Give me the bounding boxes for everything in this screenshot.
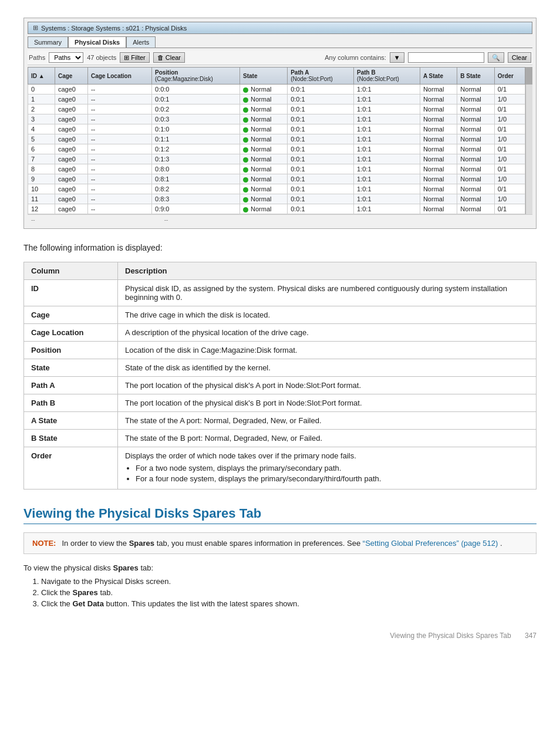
table-cell: Normal: [240, 114, 288, 124]
table-cell: cage0: [55, 134, 87, 144]
col-cage-location[interactable]: Cage Location: [87, 67, 151, 85]
col-a-state[interactable]: A State: [420, 67, 457, 85]
table-cell: 0:0:1: [288, 114, 354, 124]
desc-description: A description of the physical location o…: [118, 324, 537, 342]
note-label: NOTE:: [32, 539, 56, 548]
table-cell: 2: [28, 104, 55, 114]
status-dot: [243, 117, 248, 123]
status-dot: [243, 87, 248, 93]
filter-button[interactable]: ⊞ Filter: [120, 52, 149, 63]
table-cell: Normal: [420, 85, 457, 94]
desc-desc-header: Description: [118, 262, 537, 280]
table-cell: cage0: [55, 104, 87, 114]
table-cell: cage0: [55, 154, 87, 164]
table-row: 6cage0--0:1:2Normal0:0:11:0:1NormalNorma…: [28, 144, 525, 154]
table-cell: --: [87, 194, 151, 204]
desc-bullet-item: For a two node system, displays the prim…: [136, 464, 529, 472]
table-cell: Normal: [240, 184, 288, 194]
table-row: 4cage0--0:1:0Normal0:0:11:0:1NormalNorma…: [28, 124, 525, 134]
col-order[interactable]: Order: [494, 67, 525, 85]
table-cell: 7: [28, 154, 55, 164]
table-cell: 0:0:0: [151, 85, 239, 94]
table-cell: cage0: [55, 144, 87, 154]
table-cell: Normal: [457, 104, 494, 114]
tab-alerts[interactable]: Alerts: [126, 36, 156, 48]
panel-title: Systems : Storage Systems : s021 : Physi…: [41, 25, 187, 32]
table-cell: Normal: [457, 204, 494, 214]
table-cell: 4: [28, 124, 55, 134]
any-column-dropdown[interactable]: ▼: [390, 52, 404, 63]
col-path-b[interactable]: Path B(Node:Slot:Port): [354, 67, 420, 85]
status-dot: [243, 197, 248, 202]
table-footer: -- --: [28, 214, 532, 225]
table-cell: Normal: [240, 94, 288, 104]
table-cell: --: [87, 134, 151, 144]
col-position[interactable]: Position(Cage:Magazine:Disk): [151, 67, 239, 85]
table-cell: Normal: [420, 104, 457, 114]
table-cell: 12: [28, 204, 55, 214]
status-dot: [243, 127, 248, 133]
paths-label: Paths: [29, 54, 45, 61]
note-link[interactable]: “Setting Global Preferences” (page 512): [363, 539, 498, 548]
steps-intro: To view the physical disks Spares tab:: [23, 563, 537, 572]
table-cell: --: [87, 94, 151, 104]
table-cell: Normal: [457, 154, 494, 164]
page-number: 347: [525, 632, 537, 640]
table-cell: Normal: [420, 184, 457, 194]
table-cell: 1:0:1: [354, 144, 420, 154]
table-cell: --: [87, 174, 151, 184]
col-cage[interactable]: Cage: [55, 67, 87, 85]
table-cell: 0:0:1: [288, 154, 354, 164]
table-cell: Normal: [420, 154, 457, 164]
table-cell: 0:0:1: [151, 94, 239, 104]
col-path-a[interactable]: Path A(Node:Slot:Port): [288, 67, 354, 85]
table-cell: Normal: [420, 174, 457, 184]
table-cell: Normal: [240, 85, 288, 94]
table-cell: 0:0:1: [288, 134, 354, 144]
table-row: 9cage0--0:8:1Normal0:0:11:0:1NormalNorma…: [28, 174, 525, 184]
tab-physical-disks[interactable]: Physical Disks: [68, 36, 126, 48]
status-dot: [243, 147, 248, 153]
table-cell: 1/0: [494, 94, 525, 104]
table-cell: 1:0:1: [354, 114, 420, 124]
table-cell: 3: [28, 114, 55, 124]
filter-icon: ⊞: [124, 54, 129, 62]
status-dot: [243, 207, 248, 212]
table-cell: Normal: [457, 124, 494, 134]
table-cell: Normal: [457, 164, 494, 174]
status-dot: [243, 167, 248, 173]
table-cell: 1:0:1: [354, 204, 420, 214]
screenshot-panel: ⊞ Systems : Storage Systems : s021 : Phy…: [23, 18, 537, 229]
desc-column-name: State: [24, 359, 118, 377]
table-row: 3cage0--0:0:3Normal0:0:11:0:1NormalNorma…: [28, 114, 525, 124]
table-cell: 0/1: [494, 104, 525, 114]
table-cell: Normal: [457, 144, 494, 154]
scrollbar[interactable]: [525, 67, 532, 214]
tab-summary[interactable]: Summary: [28, 36, 68, 48]
clear-icon: 🗑: [157, 54, 164, 61]
clear2-button[interactable]: Clear: [508, 52, 531, 63]
col-id[interactable]: ID ▲: [28, 67, 55, 85]
table-cell: cage0: [55, 94, 87, 104]
status-dot: [243, 137, 248, 143]
search-button[interactable]: 🔍: [488, 52, 504, 63]
table-row: 10cage0--0:8:2Normal0:0:11:0:1NormalNorm…: [28, 184, 525, 194]
status-dot: [243, 157, 248, 163]
paths-select[interactable]: Paths: [49, 52, 83, 63]
col-state[interactable]: State: [240, 67, 288, 85]
table-cell: cage0: [55, 194, 87, 204]
clear-button[interactable]: 🗑 Clear: [153, 52, 185, 63]
table-row: 7cage0--0:1:3Normal0:0:11:0:1NormalNorma…: [28, 154, 525, 164]
page-footer: Viewing the Physical Disks Spares Tab 34…: [23, 632, 537, 640]
col-b-state[interactable]: B State: [457, 67, 494, 85]
desc-column-name: Position: [24, 342, 118, 359]
step-item: Navigate to the Physical Disks screen.: [41, 577, 537, 586]
table-cell: Normal: [457, 184, 494, 194]
table-cell: 1:0:1: [354, 104, 420, 114]
desc-description: Displays the order of which node takes o…: [118, 447, 537, 490]
filter-input[interactable]: [408, 52, 484, 63]
table-cell: 1:0:1: [354, 164, 420, 174]
table-cell: --: [87, 154, 151, 164]
table-cell: 0:0:1: [288, 164, 354, 174]
table-row: 1cage0--0:0:1Normal0:0:11:0:1NormalNorma…: [28, 94, 525, 104]
